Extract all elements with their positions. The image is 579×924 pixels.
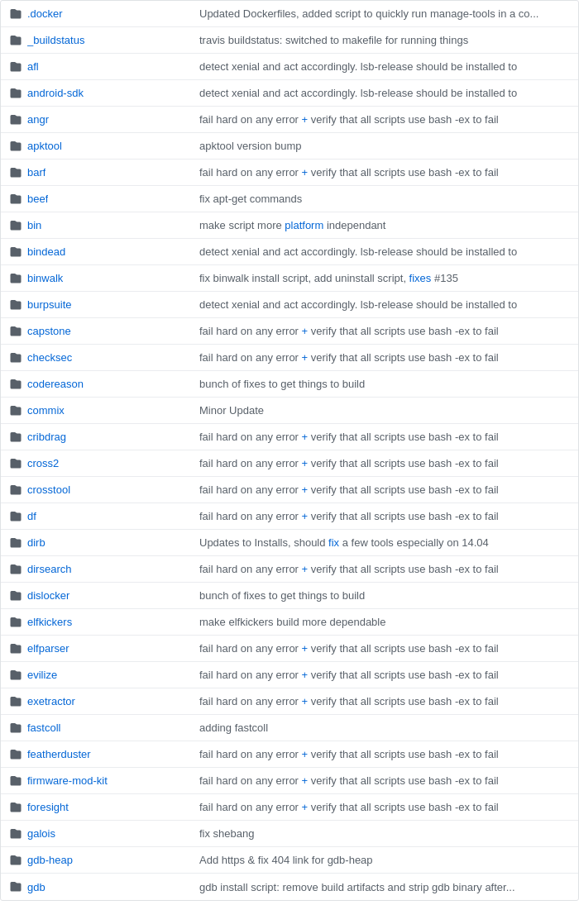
table-row[interactable]: binwalkfix binwalk install script, add u…: [1, 265, 578, 292]
file-name-link[interactable]: dirb: [27, 536, 45, 549]
file-name-link[interactable]: crosstool: [27, 483, 70, 496]
file-name-link[interactable]: capstone: [27, 325, 71, 337]
commit-message-cell: bunch of fixes to get things to build: [191, 378, 570, 390]
file-name-link[interactable]: checksec: [27, 351, 72, 364]
table-row[interactable]: beeffix apt-get commands: [1, 186, 578, 212]
folder-icon: [9, 589, 22, 603]
table-row[interactable]: foresightfail hard on any error + verify…: [1, 794, 578, 821]
file-name-link[interactable]: android-sdk: [27, 87, 84, 99]
commit-message-link[interactable]: +: [302, 483, 309, 496]
folder-icon: [9, 272, 22, 285]
file-name-link[interactable]: dislocker: [27, 589, 69, 602]
table-row[interactable]: elfparserfail hard on any error + verify…: [1, 636, 578, 662]
table-row[interactable]: dirsearchfail hard on any error + verify…: [1, 556, 578, 583]
file-name-link[interactable]: evilize: [27, 669, 57, 681]
commit-message-link[interactable]: fix: [328, 536, 339, 549]
folder-icon: [9, 722, 22, 735]
folder-icon: [9, 536, 22, 550]
file-name-link[interactable]: afl: [27, 60, 39, 73]
table-row[interactable]: dffail hard on any error + verify that a…: [1, 503, 578, 530]
table-row[interactable]: bindeaddetect xenial and act accordingly…: [1, 239, 578, 265]
table-row[interactable]: dislockerbunch of fixes to get things to…: [1, 583, 578, 609]
file-name-link[interactable]: foresight: [27, 801, 69, 813]
table-row[interactable]: checksecfail hard on any error + verify …: [1, 345, 578, 371]
file-list: .dockerUpdated Dockerfiles, added script…: [0, 0, 579, 901]
table-row[interactable]: cross2fail hard on any error + verify th…: [1, 450, 578, 477]
commit-message-link[interactable]: +: [302, 510, 309, 522]
commit-message-cell: fail hard on any error + verify that all…: [191, 457, 570, 469]
commit-message-link[interactable]: +: [302, 801, 309, 813]
commit-message-link[interactable]: +: [302, 563, 309, 575]
commit-message-link[interactable]: platform: [285, 219, 323, 231]
table-row[interactable]: _buildstatustravis buildstatus: switched…: [1, 27, 578, 54]
file-name-link[interactable]: codereason: [27, 378, 84, 390]
file-name-link[interactable]: firmware-mod-kit: [27, 774, 108, 787]
file-name-link[interactable]: exetractor: [27, 695, 75, 707]
table-row[interactable]: evilizefail hard on any error + verify t…: [1, 662, 578, 688]
file-name-link[interactable]: cross2: [27, 457, 59, 469]
table-row[interactable]: cribdragfail hard on any error + verify …: [1, 424, 578, 450]
file-name-link[interactable]: gdb-heap: [27, 854, 73, 866]
file-name-link[interactable]: angr: [27, 113, 49, 126]
file-name-link[interactable]: fastcoll: [27, 722, 60, 734]
commit-message-link[interactable]: +: [302, 774, 309, 787]
table-row[interactable]: galoisfix shebang: [1, 821, 578, 847]
file-name-link[interactable]: burpsuite: [27, 298, 71, 311]
file-name-link[interactable]: galois: [27, 827, 55, 840]
table-row[interactable]: angrfail hard on any error + verify that…: [1, 107, 578, 133]
table-row[interactable]: android-sdkdetect xenial and act accordi…: [1, 80, 578, 107]
file-name-link[interactable]: beef: [27, 193, 48, 205]
file-name-link[interactable]: apktool: [27, 140, 62, 152]
file-name-link[interactable]: _buildstatus: [27, 34, 84, 46]
commit-message-link[interactable]: +: [302, 113, 309, 126]
table-row[interactable]: commixMinor Update: [1, 398, 578, 424]
file-name-link[interactable]: elfkickers: [27, 616, 72, 628]
table-row[interactable]: apktoolapktool version bump: [1, 133, 578, 160]
commit-message-link[interactable]: +: [302, 669, 309, 681]
file-name-link[interactable]: df: [27, 510, 36, 522]
commit-message-link[interactable]: +: [302, 166, 309, 179]
file-name-link[interactable]: commix: [27, 404, 65, 417]
file-name-link[interactable]: bin: [27, 219, 41, 231]
file-name-link[interactable]: .docker: [27, 7, 63, 20]
commit-message-link[interactable]: +: [302, 748, 309, 760]
table-row[interactable]: .dockerUpdated Dockerfiles, added script…: [1, 1, 578, 27]
file-name-cell: gdb: [9, 880, 191, 893]
table-row[interactable]: gdb-heapAdd https & fix 404 link for gdb…: [1, 847, 578, 874]
file-name-link[interactable]: barf: [27, 166, 45, 179]
commit-message-link[interactable]: +: [302, 325, 309, 337]
table-row[interactable]: featherdusterfail hard on any error + ve…: [1, 741, 578, 768]
table-row[interactable]: barffail hard on any error + verify that…: [1, 160, 578, 186]
table-row[interactable]: firmware-mod-kitfail hard on any error +…: [1, 768, 578, 794]
file-name-link[interactable]: cribdrag: [27, 431, 66, 443]
commit-message-cell: bunch of fixes to get things to build: [191, 589, 570, 602]
commit-message-link[interactable]: fixes: [409, 272, 432, 284]
commit-message-cell: fail hard on any error + verify that all…: [191, 483, 570, 496]
commit-message-link[interactable]: +: [302, 642, 309, 655]
file-name-link[interactable]: dirsearch: [27, 563, 71, 575]
file-name-cell: df: [9, 510, 191, 523]
table-row[interactable]: afldetect xenial and act accordingly. ls…: [1, 54, 578, 80]
table-row[interactable]: fastcolladding fastcoll: [1, 715, 578, 741]
table-row[interactable]: binmake script more platform independant: [1, 212, 578, 239]
table-row[interactable]: exetractorfail hard on any error + verif…: [1, 688, 578, 715]
commit-message-link[interactable]: +: [302, 351, 309, 364]
table-row[interactable]: crosstoolfail hard on any error + verify…: [1, 477, 578, 503]
table-row[interactable]: elfkickersmake elfkickers build more dep…: [1, 609, 578, 636]
file-name-link[interactable]: gdb: [27, 881, 45, 893]
commit-message-link[interactable]: +: [302, 431, 309, 443]
file-name-link[interactable]: binwalk: [27, 272, 63, 284]
table-row[interactable]: codereasonbunch of fixes to get things t…: [1, 371, 578, 398]
file-name-link[interactable]: elfparser: [27, 642, 69, 655]
file-name-link[interactable]: bindead: [27, 245, 65, 258]
folder-icon: [9, 457, 22, 470]
file-name-cell: cribdrag: [9, 431, 191, 444]
table-row[interactable]: gdbgdb install script: remove build arti…: [1, 874, 578, 900]
commit-message-link[interactable]: +: [302, 457, 309, 469]
table-row[interactable]: capstonefail hard on any error + verify …: [1, 318, 578, 345]
file-name-link[interactable]: featherduster: [27, 748, 91, 760]
commit-message-link[interactable]: +: [302, 695, 309, 707]
table-row[interactable]: burpsuitedetect xenial and act according…: [1, 292, 578, 318]
file-name-cell: elfkickers: [9, 616, 191, 629]
table-row[interactable]: dirbUpdates to Installs, should fix a fe…: [1, 530, 578, 556]
